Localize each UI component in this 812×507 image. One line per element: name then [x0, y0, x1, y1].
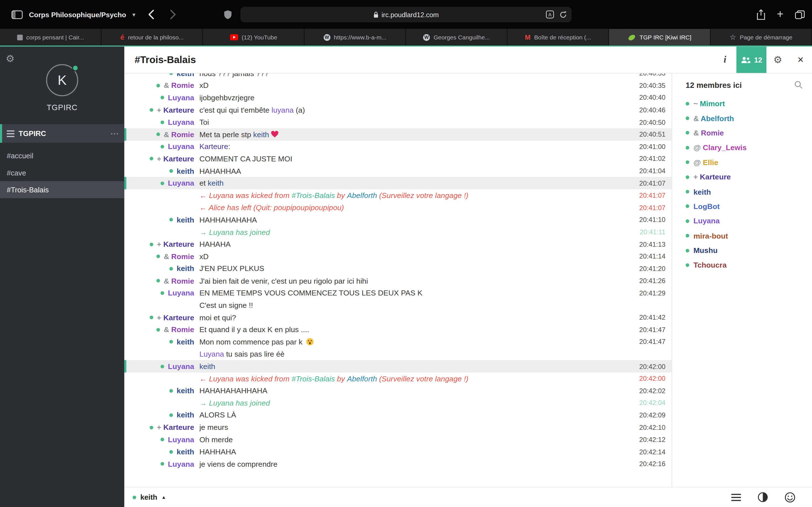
nick[interactable]: + Karteure	[157, 106, 194, 114]
close-channel-button[interactable]: ×	[789, 47, 812, 73]
nick[interactable]: Luyana	[168, 436, 194, 444]
app-settings-gear-icon[interactable]: ⚙	[6, 53, 14, 64]
server-message-row: ← Alice has left (Quit: poupipoupipoupip…	[124, 202, 672, 214]
tab-label: corps pensant | Cair...	[26, 34, 84, 40]
browser-tab[interactable]: TGP IRC [Kiwi IRC]	[609, 29, 711, 46]
nick-mention[interactable]: luyana	[271, 106, 294, 114]
nick[interactable]: Luyana	[168, 118, 194, 126]
message-text: Et quand il y a deux K en plus ....	[199, 326, 625, 334]
presence-dot-icon	[686, 102, 689, 105]
tab-overview-icon[interactable]	[795, 10, 805, 19]
member-item[interactable]: + Karteure	[672, 170, 812, 184]
channel-settings-button[interactable]: ⚙	[766, 47, 789, 73]
nick-mention[interactable]: Abelforth	[347, 191, 377, 200]
tab-group-menu[interactable]: Corps Philosophique/Psycho ▼	[29, 0, 137, 29]
nick[interactable]: + Karteure	[157, 155, 194, 163]
nick[interactable]: Luyana	[168, 143, 194, 151]
browser-tab[interactable]: MBoîte de réception (...	[507, 29, 609, 46]
avatar[interactable]: K	[46, 64, 78, 96]
mode-prefix: @	[693, 158, 703, 166]
member-item[interactable]: & Abelforth	[672, 111, 812, 126]
nick-mention[interactable]: Abelforth	[347, 374, 377, 383]
nick[interactable]: + Karteure	[157, 423, 194, 431]
nick[interactable]: keith	[177, 448, 194, 456]
message-text: xD	[199, 252, 625, 261]
channel-item[interactable]: #cave	[0, 164, 124, 181]
nick-mention[interactable]: Karteure:	[199, 143, 231, 151]
presence-dot-icon	[169, 73, 173, 75]
back-icon	[148, 9, 154, 20]
new-tab-button[interactable]: +	[777, 9, 783, 20]
translate-icon[interactable]: A	[546, 10, 554, 18]
browser-tab[interactable]: ☆Page de démarrage	[711, 29, 812, 46]
reload-icon[interactable]	[559, 11, 567, 18]
message-list[interactable]: keithnous ??? jamais ???20:40:33& Romiex…	[124, 73, 672, 487]
network-row[interactable]: TGPIRC ···	[0, 124, 124, 143]
nick[interactable]: + Karteure	[157, 313, 194, 321]
nick[interactable]: Luyana	[168, 460, 194, 468]
nick-mention[interactable]: Luyana	[199, 350, 224, 358]
nick[interactable]: keith	[177, 411, 194, 419]
message-row: + Karteuremoi et qui?20:41:42	[124, 311, 672, 323]
channel-item[interactable]: #Trois-Balais	[0, 181, 124, 198]
presence-dot-icon	[169, 450, 173, 453]
member-item[interactable]: LogBot	[672, 199, 812, 214]
member-item[interactable]: Mushu	[672, 243, 812, 258]
channel-link[interactable]: #Trois-Balais	[292, 374, 335, 383]
nick[interactable]: & Romie	[164, 81, 194, 90]
nick[interactable]: keith	[177, 73, 194, 77]
member-item[interactable]: keith	[672, 184, 812, 199]
search-icon[interactable]	[795, 81, 803, 89]
browser-tab[interactable]: WGeorges Canguilhe...	[406, 29, 507, 46]
member-item[interactable]: mira-bout	[672, 228, 812, 243]
channel-info-button[interactable]: i	[714, 47, 737, 73]
nick[interactable]: & Romie	[164, 277, 194, 285]
privacy-shield-icon[interactable]	[223, 0, 232, 29]
current-nick: keith	[140, 493, 157, 501]
presence-dot-icon	[150, 242, 153, 246]
member-item[interactable]: Luyana	[672, 214, 812, 228]
member-item[interactable]: Tchoucra	[672, 258, 812, 272]
sidebar-toggle-button[interactable]	[11, 0, 22, 29]
message-row: keithHAHAHHAA20:41:04	[124, 165, 672, 177]
nick[interactable]: keith	[177, 386, 194, 395]
input-bar[interactable]: keith ▲	[124, 487, 812, 507]
nick-mention[interactable]: keith	[199, 362, 215, 371]
channel-link[interactable]: #Trois-Balais	[292, 191, 335, 200]
nick[interactable]: Luyana	[168, 362, 194, 371]
member-nick: Luyana	[693, 217, 719, 225]
forward-button[interactable]	[170, 0, 176, 29]
member-item[interactable]: ~ Mimort	[672, 96, 812, 111]
member-item[interactable]: & Romie	[672, 126, 812, 140]
back-button[interactable]	[148, 0, 154, 29]
nick[interactable]: keith	[177, 167, 194, 175]
nick[interactable]: Luyana	[168, 289, 194, 297]
address-bar[interactable]: irc.poudlard12.com A	[240, 7, 572, 22]
text-format-button[interactable]	[754, 492, 771, 503]
member-item[interactable]: @ Clary_Lewis	[672, 140, 812, 155]
nick[interactable]: Luyana	[168, 94, 194, 102]
members-toggle-button[interactable]: 12	[737, 47, 767, 73]
browser-tab[interactable]: Whttps://www.b-a-m...	[305, 29, 406, 46]
nick-mention[interactable]: keith	[208, 179, 223, 187]
nick[interactable]: Luyana	[168, 179, 194, 187]
nick[interactable]: keith	[177, 216, 194, 224]
channel-item[interactable]: #accueil	[0, 147, 124, 164]
share-icon[interactable]	[757, 9, 765, 20]
nick-mention[interactable]: keith	[253, 130, 269, 138]
member-item[interactable]: @ Ellie	[672, 155, 812, 170]
browser-tab[interactable]: corps pensant | Cair...	[0, 29, 101, 46]
nick[interactable]: keith	[177, 265, 194, 273]
browser-tab[interactable]: (12) YouTube	[203, 29, 305, 46]
nick[interactable]: & Romie	[164, 326, 194, 334]
nick[interactable]: & Romie	[164, 252, 194, 261]
message-tools-button[interactable]	[727, 493, 745, 501]
message-text: je meurs	[199, 423, 625, 431]
nick[interactable]: & Romie	[164, 130, 194, 138]
network-options-icon[interactable]: ···	[111, 129, 119, 137]
nick[interactable]: keith	[177, 338, 194, 346]
emoji-picker-button[interactable]	[781, 492, 799, 503]
nick-selector[interactable]: keith ▲	[133, 493, 166, 501]
nick[interactable]: + Karteure	[157, 240, 194, 248]
browser-tab[interactable]: éretour de la philoso...	[101, 29, 203, 46]
